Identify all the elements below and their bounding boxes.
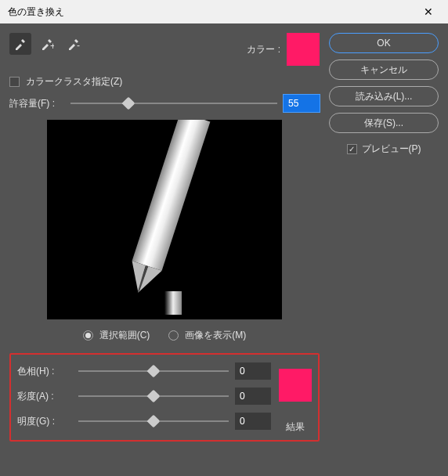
preview-row[interactable]: ✓ プレビュー(P) xyxy=(329,142,439,156)
preview-checkbox[interactable]: ✓ xyxy=(347,144,357,154)
light-slider[interactable] xyxy=(78,413,229,429)
eyedropper-subtract-icon[interactable]: - xyxy=(63,33,85,55)
right-panel: OK キャンセル 読み込み(L)... 保存(S)... ✓ プレビュー(P) xyxy=(329,33,439,467)
hue-slider[interactable] xyxy=(78,363,229,379)
color-cluster-checkbox[interactable] xyxy=(9,77,20,87)
radio-image[interactable]: 画像を表示(M) xyxy=(168,329,246,342)
load-button[interactable]: 読み込み(L)... xyxy=(329,86,439,106)
color-label: カラー : xyxy=(247,43,280,56)
svg-text:+: + xyxy=(50,41,54,51)
color-cluster-row: カラークラスタ指定(Z) xyxy=(9,75,320,88)
close-icon[interactable]: ✕ xyxy=(417,5,440,18)
color-cluster-label: カラークラスタ指定(Z) xyxy=(26,75,122,88)
window-title: 色の置き換え xyxy=(8,5,417,19)
tolerance-label: 許容量(F) : xyxy=(9,97,64,110)
preview-image xyxy=(47,120,282,319)
sat-slider[interactable] xyxy=(78,388,229,404)
sat-input[interactable] xyxy=(235,388,271,405)
result-swatch[interactable] xyxy=(279,369,312,402)
tolerance-input[interactable] xyxy=(284,95,320,112)
radio-image-label: 画像を表示(M) xyxy=(185,329,246,342)
hue-label: 色相(H) : xyxy=(17,365,72,378)
light-input[interactable] xyxy=(235,413,271,430)
radio-icon xyxy=(168,330,179,341)
radio-selection[interactable]: 選択範囲(C) xyxy=(83,329,150,342)
result-box: 色相(H) : 彩度(A) : 明度(G) : xyxy=(9,353,320,442)
result-label: 結果 xyxy=(286,420,305,434)
cancel-button[interactable]: キャンセル xyxy=(329,60,439,80)
save-button[interactable]: 保存(S)... xyxy=(329,113,439,133)
eyedropper-icon[interactable] xyxy=(9,33,31,55)
preview-label: プレビュー(P) xyxy=(362,142,421,156)
eyedropper-add-icon[interactable]: + xyxy=(36,33,58,55)
svg-text:-: - xyxy=(77,40,80,51)
radio-icon xyxy=(83,330,93,341)
color-swatch[interactable] xyxy=(287,33,320,66)
titlebar: 色の置き換え ✕ xyxy=(0,0,448,23)
hue-input[interactable] xyxy=(235,362,271,380)
sat-label: 彩度(A) : xyxy=(17,390,72,403)
radio-selection-label: 選択範囲(C) xyxy=(99,329,150,342)
result-sliders: 色相(H) : 彩度(A) : 明度(G) : xyxy=(17,362,271,434)
view-mode-radios: 選択範囲(C) 画像を表示(M) xyxy=(9,329,320,342)
tolerance-row: 許容量(F) : xyxy=(9,95,320,112)
dialog-content: + - カラー : カラークラスタ指定(Z) 許容量(F) : xyxy=(0,23,448,476)
ok-button[interactable]: OK xyxy=(329,33,439,53)
light-label: 明度(G) : xyxy=(17,415,72,428)
result-swatch-col: 結果 xyxy=(279,362,312,434)
left-panel: + - カラー : カラークラスタ指定(Z) 許容量(F) : xyxy=(9,33,320,467)
tolerance-slider[interactable] xyxy=(70,96,277,111)
